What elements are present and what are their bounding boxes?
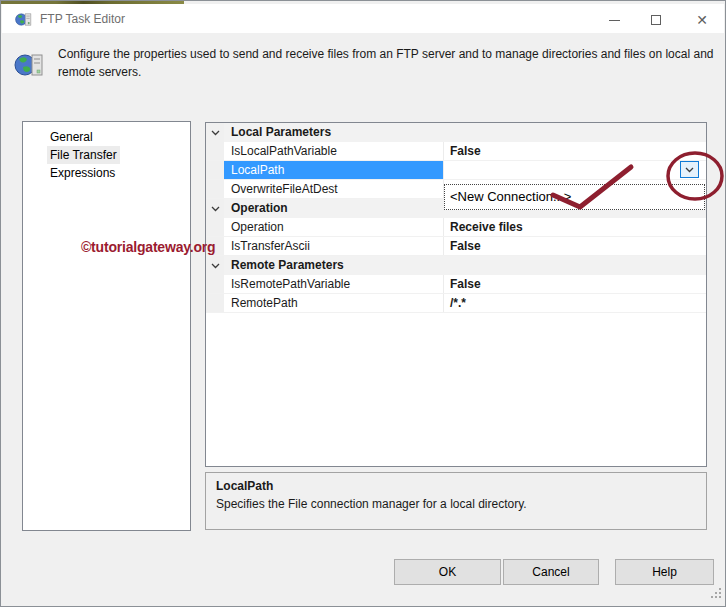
tutorialgateway-watermark: ©tutorialgateway.org [81,239,215,255]
category-label: Remote Parameters [224,256,344,275]
row-gutter [206,256,224,275]
maximize-button[interactable] [640,9,672,31]
sidebar-item-label: General [47,128,96,146]
property-grid: Local ParametersIsLocalPathVariableFalse… [205,122,707,467]
category-label: Operation [224,199,288,218]
category-row-remote-parameters[interactable]: Remote Parameters [206,256,706,275]
sidebar-item-label: File Transfer [47,146,120,164]
property-row-islocalpathvariable[interactable]: IsLocalPathVariableFalse [206,142,706,161]
property-name[interactable]: IsTransferAscii [224,237,444,255]
ok-button[interactable]: OK [394,559,501,585]
sidebar-item-expressions[interactable]: Expressions [23,164,190,182]
property-description-panel: LocalPath Specifies the File connection … [205,472,707,530]
property-row-localpath[interactable]: LocalPath [206,161,706,180]
sidebar-item-file-transfer[interactable]: File Transfer [23,146,190,164]
maximize-icon [651,15,661,25]
help-button[interactable]: Help [615,559,714,585]
property-row-istransferascii[interactable]: IsTransferAsciiFalse [206,237,706,256]
ftp-globe-server-icon [15,11,32,28]
property-name[interactable]: IsLocalPathVariable [224,142,444,160]
row-gutter [206,123,224,142]
property-name[interactable]: OverwriteFileAtDest [224,180,444,198]
row-gutter [206,142,224,160]
ftp-globe-server-icon [14,50,44,80]
localpath-dropdown-popup[interactable]: <New Connection...> [444,184,705,210]
property-row-operation[interactable]: OperationReceive files [206,218,706,237]
resize-grip[interactable] [711,588,721,598]
property-value[interactable]: False [444,237,706,255]
chevron-down-icon [211,263,220,269]
property-value[interactable]: False [444,275,706,293]
dialog-description: Configure the properties used to send an… [58,45,714,81]
row-gutter [206,218,224,236]
chevron-down-icon [211,130,220,136]
property-value[interactable]: False [444,142,706,160]
property-row-remotepath[interactable]: RemotePath/*.* [206,294,706,313]
property-row-isremotepathvariable[interactable]: IsRemotePathVariableFalse [206,275,706,294]
ftp-task-editor-dialog: FTP Task Editor ✕ Configure the properti… [0,0,726,607]
minimize-icon [609,20,620,21]
localpath-dropdown-button[interactable] [680,161,699,178]
category-row-local-parameters[interactable]: Local Parameters [206,123,706,142]
property-description-text: Specifies the File connection manager fo… [216,497,696,511]
property-name[interactable]: IsRemotePathVariable [224,275,444,293]
dropdown-option-new-connection[interactable]: <New Connection...> [445,185,704,209]
cancel-button[interactable]: Cancel [503,559,599,585]
property-name[interactable]: RemotePath [224,294,444,312]
property-value[interactable]: /*.* [444,294,706,312]
minimize-button[interactable] [598,9,630,31]
property-description-title: LocalPath [216,479,696,493]
property-value[interactable] [444,161,706,179]
property-name[interactable]: LocalPath [224,161,444,179]
window-title: FTP Task Editor [40,12,125,26]
pages-listbox[interactable]: GeneralFile TransferExpressions [22,121,191,531]
category-label: Local Parameters [224,123,331,142]
property-name[interactable]: Operation [224,218,444,236]
sidebar-item-label: Expressions [47,164,118,182]
chevron-down-icon [211,206,220,212]
chevron-down-icon [685,167,694,173]
property-value[interactable]: Receive files [444,218,706,236]
sidebar-item-general[interactable]: General [23,128,190,146]
title-bar[interactable]: FTP Task Editor ✕ [2,4,724,33]
row-gutter [206,180,224,198]
row-gutter [206,199,224,218]
row-gutter [206,294,224,312]
close-button[interactable]: ✕ [686,9,718,31]
close-icon: ✕ [696,12,708,28]
row-gutter [206,161,224,179]
row-gutter [206,275,224,293]
